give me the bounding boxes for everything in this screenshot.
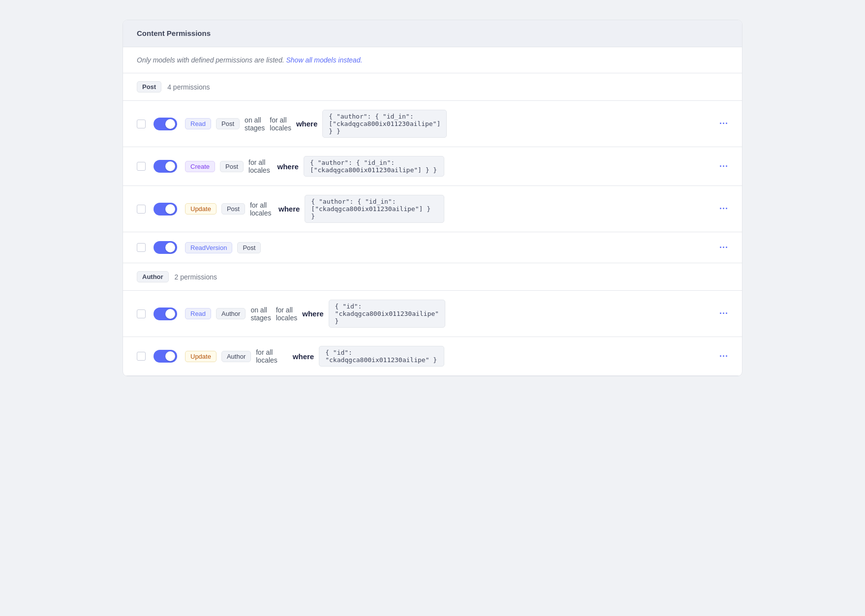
action-badge: Create [185, 161, 215, 172]
toggle-switch[interactable] [154, 203, 177, 216]
locales-text: for all locales [256, 348, 288, 364]
action-badge: ReadVersion [185, 242, 232, 253]
more-options-button[interactable]: ··· [719, 308, 728, 319]
content-permissions-card: Content Permissions Only models with def… [123, 20, 742, 376]
toggle-switch[interactable] [154, 118, 177, 130]
row-content: Read Post on all stages for all locales … [185, 110, 447, 138]
row-content: ReadVersion Post [185, 242, 444, 253]
permission-row: Update Author for all locales where { "i… [123, 337, 742, 376]
more-options-button[interactable]: ··· [719, 161, 728, 172]
model-badge: Post [220, 161, 244, 172]
permission-row: Read Post on all stages for all locales … [123, 101, 742, 147]
more-options-button[interactable]: ··· [719, 243, 728, 253]
section-count: 2 permissions [175, 273, 217, 281]
toggle-switch[interactable] [154, 241, 177, 254]
more-options-button[interactable]: ··· [719, 204, 728, 214]
filter-value: { "author": { "id_in": ["ckadqgca800ix01… [304, 156, 444, 177]
model-badge: Post [221, 203, 245, 215]
section-model-badge: Author [137, 271, 169, 282]
row-content: Update Post for all locales where { "aut… [185, 195, 444, 223]
where-keyword: where [296, 120, 317, 128]
section-count: 4 permissions [167, 83, 210, 91]
row-checkbox[interactable] [137, 352, 146, 361]
locales-text: for all locales [276, 306, 298, 322]
model-badge: Post [237, 242, 261, 253]
show-all-link[interactable]: Show all models instead. [286, 56, 362, 64]
model-badge: Post [216, 118, 240, 129]
row-content: Create Post for all locales where { "aut… [185, 156, 444, 177]
filter-value: { "author": { "id_in": ["ckadqgca800ix01… [305, 195, 444, 223]
model-badge: Author [221, 351, 251, 362]
more-options-button[interactable]: ··· [719, 351, 728, 362]
where-keyword: where [302, 309, 323, 318]
locales-text: for all locales [248, 158, 272, 174]
row-checkbox[interactable] [137, 120, 146, 128]
stages-text: on all stages [245, 116, 265, 132]
card-title: Content Permissions [137, 29, 211, 37]
row-content: Read Author on all stages for all locale… [185, 300, 445, 328]
action-badge: Read [185, 118, 211, 129]
info-text: Only models with defined permissions are… [137, 56, 284, 64]
row-checkbox[interactable] [137, 309, 146, 318]
card-header: Content Permissions [123, 20, 742, 47]
info-row: Only models with defined permissions are… [123, 47, 742, 73]
filter-value: { "id": "ckadqgca800ix011230ailipe" } [319, 346, 444, 367]
toggle-switch[interactable] [154, 308, 177, 320]
stages-text: on all stages [250, 306, 271, 322]
section-header-author: Author 2 permissions [123, 263, 742, 291]
filter-value: { "id": "ckadqgca800ix011230ailipe" } [329, 300, 445, 328]
action-badge: Update [185, 351, 216, 362]
where-keyword: where [278, 162, 299, 171]
row-checkbox[interactable] [137, 205, 146, 214]
toggle-switch[interactable] [154, 350, 177, 363]
permission-row: Create Post for all locales where { "aut… [123, 147, 742, 186]
permission-row: ReadVersion Post ··· [123, 232, 742, 263]
where-keyword: where [293, 352, 314, 361]
sections-container: Post 4 permissions Read Post on all stag… [123, 73, 742, 376]
permission-row: Update Post for all locales where { "aut… [123, 186, 742, 232]
locales-text: for all locales [270, 116, 291, 132]
section-header-post: Post 4 permissions [123, 73, 742, 101]
row-checkbox[interactable] [137, 162, 146, 171]
model-badge: Author [216, 308, 246, 319]
locales-text: for all locales [250, 201, 274, 217]
action-badge: Update [185, 203, 216, 215]
row-checkbox[interactable] [137, 243, 146, 252]
where-keyword: where [278, 205, 300, 213]
more-options-button[interactable]: ··· [719, 119, 728, 129]
toggle-switch[interactable] [154, 160, 177, 173]
action-badge: Read [185, 308, 211, 319]
filter-value: { "author": { "id_in": ["ckadqgca800ix01… [322, 110, 447, 138]
section-model-badge: Post [137, 81, 161, 92]
permission-row: Read Author on all stages for all locale… [123, 291, 742, 337]
row-content: Update Author for all locales where { "i… [185, 346, 444, 367]
